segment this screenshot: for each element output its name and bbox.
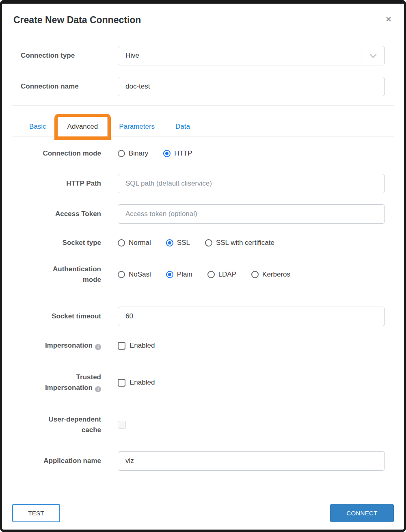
disabled-checkbox-icon xyxy=(118,421,126,429)
radio-nosasl-label: NoSasl xyxy=(129,270,151,279)
radio-nosasl[interactable]: NoSasl xyxy=(118,270,151,279)
connect-button[interactable]: CONNECT xyxy=(330,504,394,522)
connection-type-value: Hive xyxy=(118,52,361,60)
socket-type-row: Socket type Normal SSL SSL with certific… xyxy=(36,236,385,250)
close-icon[interactable]: ✕ xyxy=(384,13,393,26)
radio-icon[interactable] xyxy=(118,239,125,247)
trusted-impersonation-row: Trusted Impersonationi Enabled xyxy=(36,369,385,396)
radio-ldap[interactable]: LDAP xyxy=(207,270,236,279)
connection-mode-row: Connection mode Binary HTTP xyxy=(36,146,385,161)
radio-kerberos-label: Kerberos xyxy=(262,270,290,279)
radio-icon[interactable] xyxy=(118,271,125,278)
radio-ssl-cert-label: SSL with certificate xyxy=(216,239,274,247)
radio-icon[interactable] xyxy=(205,239,212,247)
impersonation-row: Impersonationi Enabled xyxy=(36,338,385,353)
radio-plain[interactable]: Plain xyxy=(166,270,192,279)
radio-http[interactable]: HTTP xyxy=(163,149,192,158)
connection-mode-label: Connection mode xyxy=(36,148,101,159)
radio-ssl-label: SSL xyxy=(177,239,190,247)
http-path-row: HTTP Path xyxy=(36,174,385,193)
socket-type-options: Normal SSL SSL with certificate xyxy=(118,239,385,247)
radio-plain-label: Plain xyxy=(177,270,192,279)
modal-footer: TEST CONNECT xyxy=(2,490,404,530)
socket-timeout-input[interactable] xyxy=(118,307,385,326)
user-dependent-cache-label: User-dependent cache xyxy=(36,414,101,435)
tab-bar: Basic Advanced Parameters Data xyxy=(12,117,394,136)
http-path-input[interactable] xyxy=(118,174,385,193)
application-name-input[interactable] xyxy=(118,451,385,471)
impersonation-enabled-label: Enabled xyxy=(130,342,155,350)
connection-name-input[interactable] xyxy=(118,77,385,96)
radio-kerberos[interactable]: Kerberos xyxy=(251,270,290,279)
radio-icon[interactable] xyxy=(251,271,259,278)
tab-data[interactable]: Data xyxy=(166,117,199,136)
page-title: Create New Data Connection xyxy=(13,13,141,27)
radio-icon[interactable] xyxy=(207,271,215,278)
tab-basic[interactable]: Basic xyxy=(20,117,56,136)
user-dependent-cache-row: User-dependent cache xyxy=(36,411,385,438)
tab-parameters[interactable]: Parameters xyxy=(110,117,164,136)
socket-timeout-label: Socket timeout xyxy=(36,311,101,322)
trusted-impersonation-enabled-label: Enabled xyxy=(130,378,155,387)
radio-http-label: HTTP xyxy=(174,149,192,158)
top-fields-section: Connection type Hive Connection name xyxy=(2,35,404,105)
radio-binary[interactable]: Binary xyxy=(118,149,148,158)
application-name-label: Application name xyxy=(36,456,101,466)
connection-name-row: Connection name xyxy=(21,77,385,96)
connection-type-label: Connection type xyxy=(21,52,118,60)
socket-timeout-row: Socket timeout xyxy=(36,307,385,326)
connection-type-select[interactable]: Hive xyxy=(118,46,385,65)
access-token-input[interactable] xyxy=(118,204,385,224)
authentication-mode-options: NoSasl Plain LDAP Kerberos xyxy=(118,270,385,279)
trusted-impersonation-enabled-checkbox[interactable]: Enabled xyxy=(118,378,155,387)
checkbox-icon[interactable] xyxy=(118,379,125,387)
connection-type-row: Connection type Hive xyxy=(21,46,385,65)
http-path-label: HTTP Path xyxy=(36,178,101,189)
access-token-row: Access Token xyxy=(36,204,385,224)
chevron-down-icon[interactable] xyxy=(361,53,384,58)
tab-advanced[interactable]: Advanced xyxy=(58,117,108,136)
access-token-label: Access Token xyxy=(36,209,101,219)
impersonation-label: Impersonation xyxy=(45,342,93,349)
radio-checked-icon[interactable] xyxy=(166,271,173,278)
trusted-impersonation-label: Trusted Impersonation xyxy=(45,373,101,391)
info-icon[interactable]: i xyxy=(95,386,101,392)
radio-binary-label: Binary xyxy=(129,149,148,158)
radio-normal-label: Normal xyxy=(129,239,151,247)
authentication-mode-label: Authentication mode xyxy=(36,264,101,285)
test-button[interactable]: TEST xyxy=(12,504,60,522)
radio-icon[interactable] xyxy=(118,150,125,157)
radio-ssl-with-certificate[interactable]: SSL with certificate xyxy=(205,239,274,247)
radio-checked-icon[interactable] xyxy=(163,150,171,157)
section-divider xyxy=(12,105,394,106)
modal-header: Create New Data Connection ✕ xyxy=(2,4,404,35)
socket-type-label: Socket type xyxy=(36,238,101,248)
connection-mode-options: Binary HTTP xyxy=(118,149,385,158)
application-name-row: Application name xyxy=(36,451,385,471)
impersonation-enabled-checkbox[interactable]: Enabled xyxy=(118,342,155,350)
advanced-tab-panel: Connection mode Binary HTTP HTTP Path Ac… xyxy=(2,136,404,490)
radio-ssl[interactable]: SSL xyxy=(166,239,190,247)
authentication-mode-row: Authentication mode NoSasl Plain LDAP Ke… xyxy=(36,262,385,287)
info-icon[interactable]: i xyxy=(95,344,101,350)
radio-checked-icon[interactable] xyxy=(166,239,173,247)
radio-normal[interactable]: Normal xyxy=(118,239,151,247)
checkbox-icon[interactable] xyxy=(118,342,125,350)
screenshot-frame: Create New Data Connection ✕ Connection … xyxy=(0,0,406,532)
connection-name-label: Connection name xyxy=(21,82,118,91)
radio-ldap-label: LDAP xyxy=(218,270,236,279)
